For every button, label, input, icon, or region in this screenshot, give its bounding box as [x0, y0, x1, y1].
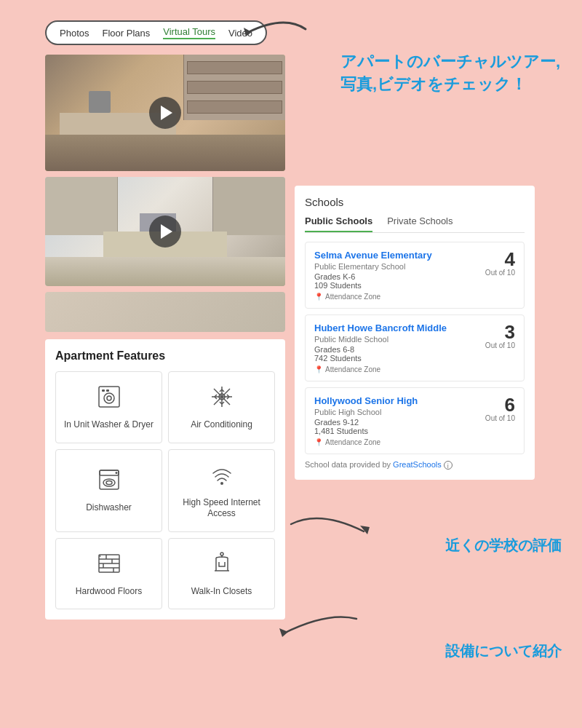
- closet-label: Walk-In Closets: [191, 586, 252, 598]
- svg-marker-40: [279, 628, 288, 637]
- right-column: Schools Public Schools Private Schools S…: [295, 186, 535, 480]
- annotation-top: アパートのバーチャルツアー,写真,ビデオをチェック！: [340, 51, 560, 96]
- tab-photos[interactable]: Photos: [60, 28, 89, 39]
- school-data-note: School data provided by GreatSchools i: [305, 460, 525, 470]
- svg-point-24: [220, 482, 223, 485]
- tab-private-schools[interactable]: Private Schools: [387, 215, 453, 232]
- washer-icon: [96, 384, 122, 414]
- school-3-name[interactable]: Hollywood Senior High: [314, 395, 471, 406]
- hardwood-label: Hardwood Floors: [76, 586, 142, 598]
- tab-public-schools[interactable]: Public Schools: [305, 215, 372, 232]
- school-1-rating: 4 Out of 10: [471, 250, 515, 277]
- school-2-name[interactable]: Hubert Howe Bancroft Middle: [314, 323, 471, 333]
- svg-rect-1: [99, 387, 119, 407]
- internet-label: High Speed Internet Access: [176, 497, 267, 520]
- school-2-zone: 📍 Attendance Zone: [314, 365, 471, 373]
- feature-ac: Air Conditioning: [168, 371, 275, 443]
- dishwasher-icon: [96, 467, 122, 496]
- ac-icon: [209, 384, 235, 414]
- svg-point-23: [115, 472, 117, 474]
- features-section: Apartment Features In Unit Washer & Drye…: [45, 339, 285, 620]
- info-icon[interactable]: i: [444, 461, 453, 470]
- school-1-students: 109 Students: [314, 281, 471, 290]
- school-3-rating: 6 Out of 10: [471, 395, 515, 422]
- ac-label: Air Conditioning: [191, 419, 252, 431]
- closet-icon: [209, 550, 235, 580]
- schools-title: Schools: [305, 196, 525, 208]
- school-3-type: Public High School: [314, 408, 471, 416]
- school-3-zone: 📍 Attendance Zone: [314, 438, 471, 446]
- school-card-2: Hubert Howe Bancroft Middle Public Middl…: [305, 314, 525, 381]
- svg-rect-5: [106, 389, 109, 392]
- svg-rect-4: [102, 389, 105, 392]
- school-3-students: 1,481 Students: [314, 427, 471, 435]
- svg-marker-0: [244, 28, 252, 36]
- feature-hardwood: Hardwood Floors: [55, 538, 162, 610]
- schools-tabs: Public Schools Private Schools: [305, 215, 525, 233]
- greatschools-link[interactable]: GreatSchools: [393, 460, 442, 469]
- washer-label: In Unit Washer & Dryer: [64, 419, 154, 431]
- annotation-schools: 近くの学校の評価: [445, 535, 562, 555]
- feature-dishwasher: Dishwasher: [55, 449, 162, 532]
- school-1-name[interactable]: Selma Avenue Elementary: [314, 250, 471, 261]
- arrow-to-schools: [284, 502, 371, 546]
- feature-washer-dryer: In Unit Washer & Dryer: [55, 371, 162, 443]
- tab-virtual-tours[interactable]: Virtual Tours: [163, 26, 215, 39]
- svg-point-2: [104, 393, 114, 403]
- photo-1: [45, 55, 285, 171]
- school-1-type: Public Elementary School: [314, 262, 471, 271]
- feature-internet: High Speed Internet Access: [168, 449, 275, 532]
- play-button-1[interactable]: [149, 97, 181, 129]
- school-1-grades: Grades K-6: [314, 272, 471, 281]
- features-grid: In Unit Washer & Dryer: [55, 371, 275, 609]
- internet-icon: [209, 462, 235, 491]
- hardwood-icon: [96, 550, 122, 580]
- school-2-type: Public Middle School: [314, 335, 471, 344]
- photo-3: [45, 292, 285, 332]
- school-1-zone: 📍 Attendance Zone: [314, 293, 471, 301]
- svg-point-3: [107, 396, 111, 400]
- dishwasher-label: Dishwasher: [86, 502, 132, 514]
- arrow-to-features: [269, 604, 364, 655]
- school-card-1: Selma Avenue Elementary Public Elementar…: [305, 242, 525, 309]
- zone-icon: 📍: [314, 293, 323, 301]
- zone-icon-2: 📍: [314, 365, 323, 373]
- feature-closet: Walk-In Closets: [168, 538, 275, 610]
- school-2-rating: 3 Out of 10: [471, 323, 515, 349]
- svg-point-22: [106, 481, 112, 485]
- school-card-3: Hollywood Senior High Public High School…: [305, 387, 525, 454]
- zone-icon-3: 📍: [314, 438, 323, 446]
- school-2-grades: Grades 6-8: [314, 345, 471, 354]
- annotation-features: 設備について紹介: [445, 641, 562, 661]
- schools-section: Schools Public Schools Private Schools S…: [295, 186, 535, 480]
- features-title: Apartment Features: [55, 349, 275, 363]
- left-column: Apartment Features In Unit Washer & Drye…: [45, 55, 285, 620]
- arrow-to-nav: [226, 7, 313, 66]
- school-3-grades: Grades 9-12: [314, 418, 471, 427]
- play-button-2[interactable]: [149, 215, 181, 248]
- tab-floor-plans[interactable]: Floor Plans: [102, 28, 150, 39]
- svg-point-21: [103, 479, 115, 486]
- svg-point-38: [220, 553, 223, 555]
- photo-2: [45, 177, 285, 286]
- school-2-students: 742 Students: [314, 354, 471, 363]
